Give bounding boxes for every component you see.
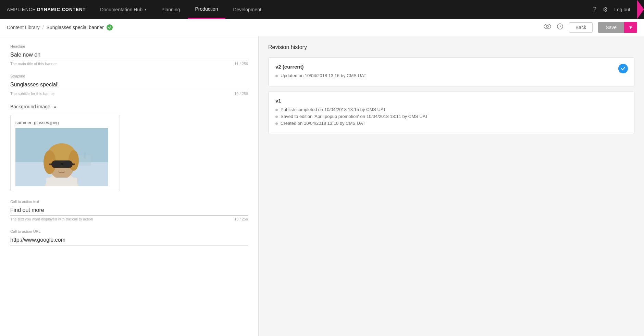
nav-item-production[interactable]: Production xyxy=(188,0,226,19)
revision-current-check xyxy=(618,64,628,73)
cta-text-input[interactable] xyxy=(10,205,248,216)
svg-rect-16 xyxy=(61,163,63,165)
revision-v1-item-0: Publish completed on 10/04/2018 13:15 by… xyxy=(275,107,627,112)
svg-rect-17 xyxy=(49,164,52,165)
breadcrumb-separator: / xyxy=(42,25,44,30)
breadcrumb-current-page: Sunglasses special banner xyxy=(47,25,104,30)
nav-item-docs-hub-label: Documentation Hub xyxy=(100,7,143,12)
revision-v2-item-0-text: Updated on 10/04/2018 13:16 by CMS UAT xyxy=(281,73,367,78)
cta-url-label: Call to action URL xyxy=(10,229,248,233)
revision-v1-item-1-text: Saved to edition 'April popup promotion'… xyxy=(281,114,428,119)
background-image-header: Background image ▲ xyxy=(10,104,248,109)
breadcrumb-left: Content Library / Sunglasses special ban… xyxy=(7,24,113,31)
headline-hint: The main title of this banner xyxy=(10,62,57,66)
strapline-counter: 19 / 256 xyxy=(234,92,248,96)
background-image-section: Background image ▲ summer_glasses.jpeg xyxy=(10,104,248,191)
preview-icon-button[interactable] xyxy=(544,24,551,31)
right-panel: Revision history v2 (current) Updated on… xyxy=(259,36,644,336)
revision-history-title: Revision history xyxy=(268,44,634,50)
image-preview-svg xyxy=(15,128,108,186)
breadcrumb-right: Back Save ▼ xyxy=(544,22,637,33)
svg-point-0 xyxy=(544,24,551,29)
brand-amplience: AMPLIENCE xyxy=(7,7,36,12)
strapline-field-group: Strapline The subtitle for this banner 1… xyxy=(10,74,248,96)
revision-v1-version: v1 xyxy=(275,98,627,104)
nav-item-development[interactable]: Development xyxy=(225,0,269,19)
strapline-label: Strapline xyxy=(10,74,248,78)
revision-bullet xyxy=(275,116,278,118)
settings-icon-button[interactable]: ⚙ xyxy=(603,6,608,13)
cta-text-label: Call to action text xyxy=(10,200,248,204)
svg-point-14 xyxy=(52,161,61,168)
nav-item-planning[interactable]: Planning xyxy=(154,0,188,19)
background-image-label: Background image xyxy=(10,104,50,109)
logout-button[interactable]: Log out xyxy=(614,7,630,12)
cta-url-field-group: Call to action URL xyxy=(10,229,248,245)
cta-text-meta: The text you want displayed with the cal… xyxy=(10,217,248,221)
cta-url-input[interactable] xyxy=(10,235,248,245)
breadcrumb-bar: Content Library / Sunglasses special ban… xyxy=(0,19,644,36)
status-badge-green xyxy=(107,24,113,31)
history-icon-button[interactable] xyxy=(557,23,564,32)
revision-bullet xyxy=(275,109,278,111)
svg-point-1 xyxy=(546,25,548,27)
revision-v1-item-2: Created on 10/04/2018 13:10 by CMS UAT xyxy=(275,121,627,126)
revision-v2-item-0: Updated on 10/04/2018 13:16 by CMS UAT xyxy=(275,73,627,78)
nav-item-development-label: Development xyxy=(233,7,261,12)
cta-text-hint: The text you want displayed with the cal… xyxy=(10,217,93,221)
svg-rect-19 xyxy=(46,178,77,186)
eye-icon xyxy=(544,24,551,29)
brand-dynamic: DYNAMIC CONTENT xyxy=(37,7,86,12)
clock-icon xyxy=(557,23,564,30)
save-button[interactable]: Save xyxy=(598,22,624,33)
image-card: summer_glasses.jpeg xyxy=(10,115,120,191)
top-nav: AMPLIENCE DYNAMIC CONTENT Documentation … xyxy=(0,0,644,19)
nav-items: Documentation Hub ▾ Planning Production … xyxy=(92,0,586,19)
checkmark-icon xyxy=(108,26,111,29)
revision-v1-item-1: Saved to edition 'April popup promotion'… xyxy=(275,114,627,119)
chevron-down-icon: ▾ xyxy=(145,8,146,11)
left-panel: Headline The main title of this banner 1… xyxy=(0,36,259,336)
breadcrumb-library-link[interactable]: Content Library xyxy=(7,25,40,30)
nav-item-production-label: Production xyxy=(195,6,218,12)
save-dropdown-arrow-button[interactable]: ▼ xyxy=(624,22,637,33)
image-preview xyxy=(15,128,108,186)
headline-field-group: Headline The main title of this banner 1… xyxy=(10,44,248,66)
brand-logo: AMPLIENCE DYNAMIC CONTENT xyxy=(0,0,92,19)
headline-label: Headline xyxy=(10,44,248,48)
help-icon-button[interactable]: ? xyxy=(593,6,596,13)
headline-input[interactable] xyxy=(10,50,248,60)
strapline-meta: The subtitle for this banner 19 / 256 xyxy=(10,92,248,96)
save-btn-group: Save ▼ xyxy=(598,22,637,33)
check-icon xyxy=(620,66,626,71)
nav-item-docs-hub[interactable]: Documentation Hub ▾ xyxy=(92,0,154,19)
strapline-input[interactable] xyxy=(10,80,248,90)
revision-v1-item-2-text: Created on 10/04/2018 13:10 by CMS UAT xyxy=(281,121,366,126)
svg-point-15 xyxy=(62,161,71,168)
image-filename: summer_glasses.jpeg xyxy=(15,120,115,125)
back-button[interactable]: Back xyxy=(569,22,593,33)
nav-right: ? ⚙ Log out xyxy=(586,6,637,13)
revision-bullet xyxy=(275,75,278,77)
cta-text-field-group: Call to action text The text you want di… xyxy=(10,200,248,221)
revision-card-v2[interactable]: v2 (current) Updated on 10/04/2018 13:16… xyxy=(268,57,634,86)
nav-item-planning-label: Planning xyxy=(161,7,180,12)
main-layout: Headline The main title of this banner 1… xyxy=(0,36,644,336)
cta-text-counter: 13 / 256 xyxy=(234,217,248,221)
revision-bullet xyxy=(275,122,278,125)
svg-rect-6 xyxy=(84,152,86,159)
strapline-hint: The subtitle for this banner xyxy=(10,92,55,96)
revision-v1-item-0-text: Publish completed on 10/04/2018 13:15 by… xyxy=(281,107,386,112)
revision-card-v1[interactable]: v1 Publish completed on 10/04/2018 13:15… xyxy=(268,91,634,134)
headline-meta: The main title of this banner 11 / 256 xyxy=(10,62,248,66)
svg-rect-18 xyxy=(72,164,75,165)
collapse-icon[interactable]: ▲ xyxy=(53,104,57,109)
revision-v2-version: v2 (current) xyxy=(275,64,627,70)
headline-counter: 11 / 256 xyxy=(234,62,248,66)
brand-arrow-decoration xyxy=(637,0,644,19)
